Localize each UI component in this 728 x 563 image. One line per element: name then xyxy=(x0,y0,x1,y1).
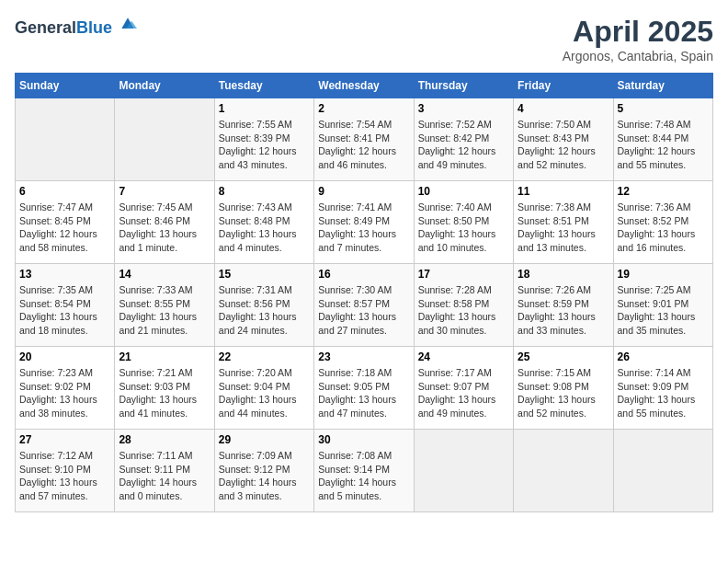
calendar-cell: 7Sunrise: 7:45 AMSunset: 8:46 PMDaylight… xyxy=(115,181,214,264)
day-number: 5 xyxy=(618,102,709,115)
day-number: 24 xyxy=(418,350,509,363)
day-number: 25 xyxy=(518,350,609,363)
day-number: 21 xyxy=(119,350,210,363)
day-number: 9 xyxy=(318,185,409,198)
day-detail: Sunrise: 7:11 AMSunset: 9:11 PMDaylight:… xyxy=(119,449,210,503)
day-detail: Sunrise: 7:09 AMSunset: 9:12 PMDaylight:… xyxy=(219,449,310,503)
day-detail: Sunrise: 7:54 AMSunset: 8:41 PMDaylight:… xyxy=(318,118,409,172)
day-detail: Sunrise: 7:20 AMSunset: 9:04 PMDaylight:… xyxy=(219,366,310,420)
day-detail: Sunrise: 7:23 AMSunset: 9:02 PMDaylight:… xyxy=(19,366,110,420)
day-number: 15 xyxy=(219,268,310,281)
day-detail: Sunrise: 7:36 AMSunset: 8:52 PMDaylight:… xyxy=(618,201,709,255)
calendar-cell: 9Sunrise: 7:41 AMSunset: 8:49 PMDaylight… xyxy=(314,181,414,264)
calendar-cell: 14Sunrise: 7:33 AMSunset: 8:55 PMDayligh… xyxy=(115,264,214,347)
calendar-cell: 21Sunrise: 7:21 AMSunset: 9:03 PMDayligh… xyxy=(115,347,214,430)
day-detail: Sunrise: 7:55 AMSunset: 8:39 PMDaylight:… xyxy=(219,118,310,172)
calendar-cell xyxy=(16,98,115,181)
calendar-cell: 10Sunrise: 7:40 AMSunset: 8:50 PMDayligh… xyxy=(414,181,513,264)
calendar-cell: 26Sunrise: 7:14 AMSunset: 9:09 PMDayligh… xyxy=(613,347,712,430)
day-detail: Sunrise: 7:38 AMSunset: 8:51 PMDaylight:… xyxy=(518,201,609,255)
calendar-cell: 5Sunrise: 7:48 AMSunset: 8:44 PMDaylight… xyxy=(613,98,712,181)
day-number: 1 xyxy=(219,102,310,115)
day-number: 4 xyxy=(518,102,609,115)
day-detail: Sunrise: 7:33 AMSunset: 8:55 PMDaylight:… xyxy=(119,283,210,338)
day-number: 7 xyxy=(119,185,210,198)
day-number: 8 xyxy=(219,185,310,198)
day-number: 29 xyxy=(219,433,310,446)
calendar-week-row: 20Sunrise: 7:23 AMSunset: 9:02 PMDayligh… xyxy=(16,347,713,430)
day-detail: Sunrise: 7:50 AMSunset: 8:43 PMDaylight:… xyxy=(518,118,609,172)
day-number: 17 xyxy=(418,268,509,281)
day-detail: Sunrise: 7:35 AMSunset: 8:54 PMDaylight:… xyxy=(19,283,110,338)
calendar-week-row: 1Sunrise: 7:55 AMSunset: 8:39 PMDaylight… xyxy=(16,98,713,181)
day-detail: Sunrise: 7:12 AMSunset: 9:10 PMDaylight:… xyxy=(19,449,110,503)
calendar-week-row: 13Sunrise: 7:35 AMSunset: 8:54 PMDayligh… xyxy=(16,264,713,347)
day-detail: Sunrise: 7:41 AMSunset: 8:49 PMDaylight:… xyxy=(318,201,409,255)
calendar-cell: 16Sunrise: 7:30 AMSunset: 8:57 PMDayligh… xyxy=(314,264,414,347)
day-detail: Sunrise: 7:25 AMSunset: 9:01 PMDaylight:… xyxy=(618,283,709,338)
calendar-cell: 15Sunrise: 7:31 AMSunset: 8:56 PMDayligh… xyxy=(214,264,313,347)
calendar-cell: 13Sunrise: 7:35 AMSunset: 8:54 PMDayligh… xyxy=(16,264,115,347)
calendar-cell xyxy=(414,430,513,512)
day-number: 27 xyxy=(19,433,110,446)
calendar-header-row: SundayMondayTuesdayWednesdayThursdayFrid… xyxy=(16,74,713,98)
calendar-cell: 23Sunrise: 7:18 AMSunset: 9:05 PMDayligh… xyxy=(314,347,414,430)
month-title: April 2025 xyxy=(563,15,713,49)
day-number: 20 xyxy=(19,350,110,363)
calendar-cell: 29Sunrise: 7:09 AMSunset: 9:12 PMDayligh… xyxy=(214,430,313,512)
day-number: 14 xyxy=(119,268,210,281)
title-area: April 2025 Argonos, Cantabria, Spain xyxy=(563,15,713,63)
day-detail: Sunrise: 7:18 AMSunset: 9:05 PMDaylight:… xyxy=(318,366,409,420)
day-number: 23 xyxy=(318,350,409,363)
day-number: 11 xyxy=(518,185,609,198)
calendar-cell: 2Sunrise: 7:54 AMSunset: 8:41 PMDaylight… xyxy=(314,98,414,181)
day-detail: Sunrise: 7:30 AMSunset: 8:57 PMDaylight:… xyxy=(318,283,409,338)
day-of-week-header: Friday xyxy=(514,74,613,98)
calendar-cell: 17Sunrise: 7:28 AMSunset: 8:58 PMDayligh… xyxy=(414,264,513,347)
logo-general: General xyxy=(15,18,76,37)
day-detail: Sunrise: 7:26 AMSunset: 8:59 PMDaylight:… xyxy=(518,283,609,338)
calendar-table: SundayMondayTuesdayWednesdayThursdayFrid… xyxy=(15,73,713,512)
calendar-cell: 4Sunrise: 7:50 AMSunset: 8:43 PMDaylight… xyxy=(514,98,613,181)
day-detail: Sunrise: 7:17 AMSunset: 9:07 PMDaylight:… xyxy=(418,366,509,420)
day-detail: Sunrise: 7:28 AMSunset: 8:58 PMDaylight:… xyxy=(418,283,509,338)
day-of-week-header: Monday xyxy=(115,74,214,98)
day-detail: Sunrise: 7:14 AMSunset: 9:09 PMDaylight:… xyxy=(618,366,709,420)
day-number: 22 xyxy=(219,350,310,363)
day-number: 2 xyxy=(318,102,409,115)
day-number: 13 xyxy=(19,268,110,281)
day-detail: Sunrise: 7:15 AMSunset: 9:08 PMDaylight:… xyxy=(518,366,609,420)
calendar-cell: 24Sunrise: 7:17 AMSunset: 9:07 PMDayligh… xyxy=(414,347,513,430)
day-of-week-header: Tuesday xyxy=(214,74,313,98)
calendar-cell: 28Sunrise: 7:11 AMSunset: 9:11 PMDayligh… xyxy=(115,430,214,512)
day-number: 28 xyxy=(119,433,210,446)
day-number: 3 xyxy=(418,102,509,115)
calendar-cell: 18Sunrise: 7:26 AMSunset: 8:59 PMDayligh… xyxy=(514,264,613,347)
calendar-cell: 1Sunrise: 7:55 AMSunset: 8:39 PMDaylight… xyxy=(214,98,313,181)
day-detail: Sunrise: 7:21 AMSunset: 9:03 PMDaylight:… xyxy=(119,366,210,420)
page-header: GeneralBlue April 2025 Argonos, Cantabri… xyxy=(15,15,713,63)
calendar-cell: 8Sunrise: 7:43 AMSunset: 8:48 PMDaylight… xyxy=(214,181,313,264)
calendar-cell: 6Sunrise: 7:47 AMSunset: 8:45 PMDaylight… xyxy=(16,181,115,264)
day-number: 12 xyxy=(618,185,709,198)
location-subtitle: Argonos, Cantabria, Spain xyxy=(563,49,713,63)
day-number: 30 xyxy=(318,433,409,446)
day-detail: Sunrise: 7:45 AMSunset: 8:46 PMDaylight:… xyxy=(119,201,210,255)
day-detail: Sunrise: 7:08 AMSunset: 9:14 PMDaylight:… xyxy=(318,449,409,503)
logo: GeneralBlue xyxy=(15,15,137,38)
day-detail: Sunrise: 7:40 AMSunset: 8:50 PMDaylight:… xyxy=(418,201,509,255)
calendar-cell xyxy=(613,430,712,512)
calendar-week-row: 6Sunrise: 7:47 AMSunset: 8:45 PMDaylight… xyxy=(16,181,713,264)
calendar-cell: 30Sunrise: 7:08 AMSunset: 9:14 PMDayligh… xyxy=(314,430,414,512)
day-of-week-header: Thursday xyxy=(414,74,513,98)
day-number: 18 xyxy=(518,268,609,281)
logo-blue: Blue xyxy=(76,18,112,37)
day-of-week-header: Sunday xyxy=(16,74,115,98)
calendar-cell: 19Sunrise: 7:25 AMSunset: 9:01 PMDayligh… xyxy=(613,264,712,347)
calendar-cell: 3Sunrise: 7:52 AMSunset: 8:42 PMDaylight… xyxy=(414,98,513,181)
day-detail: Sunrise: 7:47 AMSunset: 8:45 PMDaylight:… xyxy=(19,201,110,255)
day-number: 16 xyxy=(318,268,409,281)
calendar-cell: 12Sunrise: 7:36 AMSunset: 8:52 PMDayligh… xyxy=(613,181,712,264)
calendar-cell: 22Sunrise: 7:20 AMSunset: 9:04 PMDayligh… xyxy=(214,347,313,430)
calendar-cell xyxy=(514,430,613,512)
